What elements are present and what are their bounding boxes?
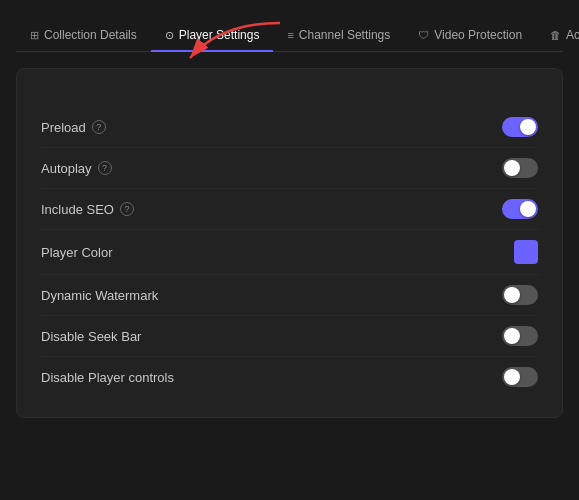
settings-list: Preload?Autoplay?Include SEO?Player Colo… [41,107,538,397]
help-icon-autoplay[interactable]: ? [98,161,112,175]
toggle-thumb-dynamic-watermark [504,287,520,303]
setting-row-disable-seek-bar: Disable Seek Bar [41,316,538,357]
help-icon-preload[interactable]: ? [92,120,106,134]
setting-text-preload: Preload [41,120,86,135]
toggle-preload[interactable] [502,117,538,137]
setting-label-include-seo: Include SEO? [41,202,134,217]
toggle-track-disable-player-controls [502,367,538,387]
collection-details-tab-label: Collection Details [44,28,137,42]
nav-tabs: ⊞Collection Details⊙Player Settings≡Chan… [16,20,563,52]
settings-card: Preload?Autoplay?Include SEO?Player Colo… [16,68,563,418]
setting-label-autoplay: Autoplay? [41,161,112,176]
setting-row-autoplay: Autoplay? [41,148,538,189]
setting-row-dynamic-watermark: Dynamic Watermark [41,275,538,316]
player-settings-tab-label: Player Settings [179,28,260,42]
toggle-thumb-preload [520,119,536,135]
toggle-disable-seek-bar[interactable] [502,326,538,346]
collection-details-tab-icon: ⊞ [30,29,39,42]
channel-settings-tab-label: Channel Settings [299,28,390,42]
setting-label-disable-player-controls: Disable Player controls [41,370,174,385]
help-icon-include-seo[interactable]: ? [120,202,134,216]
setting-text-include-seo: Include SEO [41,202,114,217]
setting-label-player-color: Player Color [41,245,113,260]
tab-action[interactable]: 🗑Action [536,20,579,52]
toggle-thumb-autoplay [504,160,520,176]
color-swatch-player-color[interactable] [514,240,538,264]
content-area: Preload?Autoplay?Include SEO?Player Colo… [0,52,579,434]
tab-channel-settings[interactable]: ≡Channel Settings [273,20,404,52]
setting-label-disable-seek-bar: Disable Seek Bar [41,329,141,344]
tab-video-protection[interactable]: 🛡Video Protection [404,20,536,52]
tab-collection-details[interactable]: ⊞Collection Details [16,20,151,52]
toggle-thumb-include-seo [520,201,536,217]
toggle-track-dynamic-watermark [502,285,538,305]
toggle-track-preload [502,117,538,137]
toggle-track-include-seo [502,199,538,219]
toggle-track-autoplay [502,158,538,178]
toggle-thumb-disable-player-controls [504,369,520,385]
toggle-dynamic-watermark[interactable] [502,285,538,305]
toggle-autoplay[interactable] [502,158,538,178]
video-protection-tab-icon: 🛡 [418,29,429,41]
toggle-disable-player-controls[interactable] [502,367,538,387]
channel-settings-tab-icon: ≡ [287,29,293,41]
setting-row-preload: Preload? [41,107,538,148]
setting-row-disable-player-controls: Disable Player controls [41,357,538,397]
action-tab-icon: 🗑 [550,29,561,41]
player-settings-tab-icon: ⊙ [165,29,174,42]
setting-row-player-color: Player Color [41,230,538,275]
setting-label-preload: Preload? [41,120,106,135]
setting-text-dynamic-watermark: Dynamic Watermark [41,288,158,303]
setting-label-dynamic-watermark: Dynamic Watermark [41,288,158,303]
page-header: ⊞Collection Details⊙Player Settings≡Chan… [0,0,579,52]
setting-text-autoplay: Autoplay [41,161,92,176]
setting-text-disable-player-controls: Disable Player controls [41,370,174,385]
setting-text-disable-seek-bar: Disable Seek Bar [41,329,141,344]
action-tab-label: Action [566,28,579,42]
toggle-include-seo[interactable] [502,199,538,219]
toggle-thumb-disable-seek-bar [504,328,520,344]
tab-player-settings[interactable]: ⊙Player Settings [151,20,274,52]
setting-text-player-color: Player Color [41,245,113,260]
video-protection-tab-label: Video Protection [434,28,522,42]
toggle-track-disable-seek-bar [502,326,538,346]
setting-row-include-seo: Include SEO? [41,189,538,230]
